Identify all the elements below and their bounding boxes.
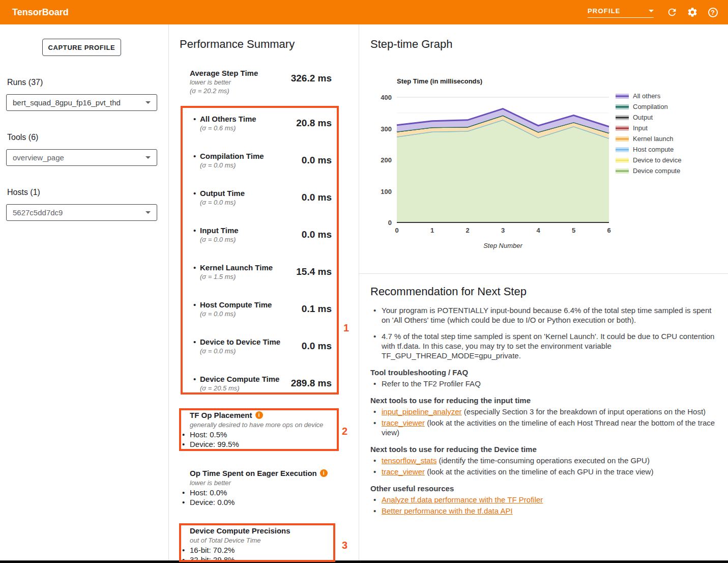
x-tick-label: 0 bbox=[395, 227, 398, 234]
metric-title: Device to Device Time bbox=[200, 337, 359, 347]
performance-summary-heading: Performance Summary bbox=[180, 38, 295, 51]
recommendation-section-heading: Next tools to use for reducing the input… bbox=[370, 396, 721, 405]
dashboard-selector[interactable]: PROFILE bbox=[588, 7, 654, 18]
performance-summary-panel: Performance Summary Average Step Time lo… bbox=[169, 24, 359, 560]
recommendation-item: Refer to the TF2 Profiler FAQ bbox=[370, 379, 721, 388]
metric-row: •Input Time(σ = 0.0 ms)0.0 ms bbox=[169, 226, 359, 248]
metric-value: 0.0 ms bbox=[302, 155, 332, 166]
x-axis-title: Step Number bbox=[483, 242, 522, 249]
stat-list: Host: 0.5%Device: 99.5% bbox=[169, 430, 359, 449]
recommendation-link[interactable]: Better performance with the tf.data API bbox=[382, 506, 513, 515]
bullet-icon: • bbox=[193, 189, 196, 198]
recommendation-item: input_pipeline_analyzer (especially Sect… bbox=[370, 407, 721, 416]
x-tick-label: 5 bbox=[572, 227, 575, 234]
metric-sigma: (σ = 0.0 ms) bbox=[200, 347, 359, 355]
runs-select[interactable]: bert_squad_8gpu_fp16_pvt_thd bbox=[6, 94, 157, 111]
right-panel: Step-time Graph 01002003004000123456Step… bbox=[359, 24, 728, 560]
metric-title: Host Compute Time bbox=[200, 300, 359, 309]
recommendation-item: trace_viewer (look at the activities on … bbox=[370, 467, 721, 476]
info-icon[interactable]: i bbox=[320, 469, 328, 477]
recommendation-list: Refer to the TF2 Profiler FAQ bbox=[370, 379, 721, 388]
y-tick-label: 400 bbox=[381, 94, 392, 101]
metric-sigma: (σ = 0.6 ms) bbox=[200, 124, 359, 132]
hosts-select-value: 5627c5dd7dc9 bbox=[13, 208, 63, 217]
chevron-down-icon bbox=[145, 156, 151, 159]
stat-subtitle: lower is better bbox=[190, 478, 359, 488]
bullet-icon: • bbox=[193, 226, 196, 235]
runs-select-value: bert_squad_8gpu_fp16_pvt_thd bbox=[13, 98, 121, 107]
recommendation-link[interactable]: trace_viewer bbox=[382, 418, 425, 427]
stat-list-item: Host: 0.0% bbox=[190, 488, 359, 497]
recommendation-body: Your program is POTENTIALLY input-bound … bbox=[370, 305, 721, 517]
settings-button[interactable] bbox=[682, 2, 703, 22]
info-icon[interactable]: i bbox=[255, 411, 263, 419]
legend-label: Device compute bbox=[633, 167, 680, 175]
metric-value: 0.0 ms bbox=[302, 192, 332, 203]
bottom-border-bar bbox=[0, 560, 728, 563]
recommendation-section-heading: Next tools to use for reducing the Devic… bbox=[370, 444, 721, 454]
stat-list: Host: 0.0%Device: 0.0% bbox=[169, 488, 359, 507]
stat-title: Op Time Spent on Eager Executioni bbox=[190, 468, 359, 478]
annotation-number-2: 2 bbox=[342, 426, 347, 437]
recommendation-item: trace_viewer (look at the activities on … bbox=[370, 418, 721, 437]
x-tick-label: 4 bbox=[536, 227, 540, 234]
legend-label: Compilation bbox=[633, 103, 668, 110]
metric-value: 289.8 ms bbox=[291, 378, 332, 389]
x-tick-label: 3 bbox=[501, 227, 505, 234]
dashboard-selector-value: PROFILE bbox=[588, 7, 621, 15]
chevron-down-icon bbox=[145, 211, 151, 214]
average-step-time-row: Average Step Time lower is better (σ = 2… bbox=[169, 69, 359, 95]
recommendation-link[interactable]: tensorflow_stats bbox=[382, 456, 436, 465]
chevron-down-icon bbox=[145, 101, 151, 104]
app-header: TensorBoard PROFILE ? bbox=[0, 0, 728, 24]
annotation-number-3: 3 bbox=[342, 540, 347, 551]
recommendation-list: Your program is POTENTIALLY input-bound … bbox=[370, 305, 721, 360]
metric-row: •Kernel Launch Time(σ = 1.5 ms)15.4 ms bbox=[169, 263, 359, 286]
recommendation-section-heading: Tool troubleshooting / FAQ bbox=[370, 368, 721, 377]
metric-value: 0.0 ms bbox=[302, 341, 332, 352]
metric-value: 326.2 ms bbox=[291, 73, 332, 84]
recommendation-item: Analyze tf.data performance with the TF … bbox=[370, 495, 721, 504]
recommendation-section-heading: Other useful resources bbox=[370, 484, 721, 493]
metric-sigma: (σ = 0.0 ms) bbox=[200, 198, 359, 207]
metric-value: 20.8 ms bbox=[296, 118, 332, 129]
metric-title: Output Time bbox=[200, 189, 359, 198]
metric-value: 0.1 ms bbox=[302, 303, 332, 315]
metric-sigma: (σ = 20.2 ms) bbox=[190, 87, 359, 95]
refresh-button[interactable] bbox=[662, 2, 682, 22]
recommendation-link[interactable]: input_pipeline_analyzer bbox=[382, 407, 462, 416]
annotation-number-1: 1 bbox=[343, 322, 349, 334]
stat-list-item: Device: 99.5% bbox=[190, 439, 359, 449]
capture-profile-button[interactable]: CAPTURE PROFILE bbox=[42, 39, 121, 56]
hosts-select[interactable]: 5627c5dd7dc9 bbox=[6, 204, 157, 221]
stat-title: TF Op Placementi bbox=[190, 410, 359, 420]
stat-list-item: 16-bit: 70.2% bbox=[190, 545, 359, 555]
recommendation-item: Your program is POTENTIALLY input-bound … bbox=[370, 305, 721, 325]
help-button[interactable]: ? bbox=[703, 2, 723, 22]
recommendation-link[interactable]: trace_viewer bbox=[382, 467, 425, 476]
tools-select-value: overview_page bbox=[13, 153, 64, 162]
metric-row: •Host Compute Time(σ = 0.0 ms)0.1 ms bbox=[169, 300, 359, 323]
metric-title: Input Time bbox=[200, 226, 359, 235]
metric-title: Average Step Time bbox=[190, 69, 359, 78]
tools-select[interactable]: overview_page bbox=[6, 149, 157, 166]
y-tick-label: 0 bbox=[388, 219, 392, 227]
legend-label: Device to device bbox=[633, 156, 681, 164]
metric-sigma: (σ = 20.5 ms) bbox=[200, 384, 359, 392]
recommendation-item: 4.7 % of the total step time sampled is … bbox=[370, 331, 721, 360]
bullet-icon: • bbox=[193, 263, 196, 272]
metric-sigma: (σ = 0.0 ms) bbox=[200, 161, 359, 170]
metric-row: •Compilation Time(σ = 0.0 ms)0.0 ms bbox=[169, 152, 359, 174]
y-tick-label: 200 bbox=[381, 156, 392, 164]
metric-title: Device Compute Time bbox=[200, 375, 359, 384]
metric-row: •Output Time(σ = 0.0 ms)0.0 ms bbox=[169, 189, 359, 211]
recommendation-text: (identify the time-consuming operations … bbox=[436, 456, 650, 465]
metric-subtitle: lower is better bbox=[190, 78, 359, 87]
y-tick-label: 100 bbox=[381, 188, 392, 195]
metric-sigma: (σ = 0.0 ms) bbox=[200, 309, 359, 318]
header-actions: PROFILE ? bbox=[588, 0, 723, 24]
metric-row: •Device Compute Time(σ = 20.5 ms)289.8 m… bbox=[169, 375, 359, 397]
recommendation-link[interactable]: Analyze tf.data performance with the TF … bbox=[382, 495, 543, 504]
area-device-compute bbox=[397, 120, 609, 222]
tools-label: Tools (6) bbox=[7, 133, 38, 142]
